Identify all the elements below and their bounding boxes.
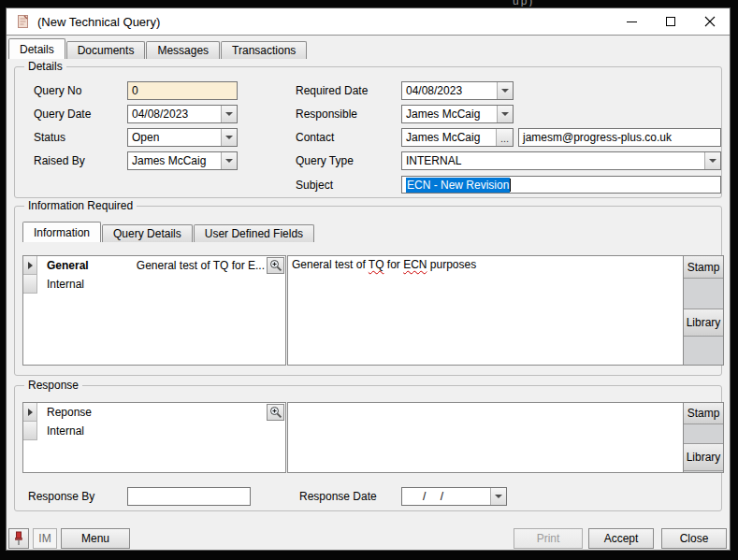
chevron-down-icon[interactable] [497, 106, 513, 122]
responsible-value: James McCaig [402, 106, 497, 122]
menu-label: Menu [81, 532, 109, 545]
zoom-text-button[interactable] [267, 257, 284, 274]
stamp-label: Stamp [687, 261, 720, 274]
raised-by-combo[interactable]: James McCaig [127, 151, 238, 170]
maximize-button[interactable] [651, 8, 690, 35]
tab-user-defined-fields[interactable]: User Defined Fields [194, 224, 314, 242]
text-part-misspelled: TQ [369, 258, 384, 271]
magnifier-icon [269, 259, 282, 272]
status-label: Status [34, 128, 65, 147]
row-name: Internal [37, 424, 84, 438]
menu-button[interactable]: Menu [61, 528, 130, 549]
title-bar: (New Technical Query) [7, 8, 730, 36]
query-document-icon [15, 14, 30, 29]
im-button[interactable]: IM [33, 528, 57, 549]
text-part-misspelled: ECN [403, 258, 427, 271]
magnifier-icon [269, 406, 282, 419]
window-title: (New Technical Query) [37, 15, 160, 29]
status-value: Open [128, 129, 221, 146]
tab-label: Transactions [232, 44, 296, 57]
table-row[interactable]: Internal [23, 422, 285, 440]
row-indicator [23, 275, 37, 294]
query-date-value: 04/08/2023 [128, 106, 221, 122]
zoom-text-button[interactable] [267, 404, 284, 421]
chevron-down-icon[interactable] [221, 129, 237, 146]
tab-documents[interactable]: Documents [66, 41, 146, 59]
details-group: Details Query No 0 Query Date 04/08/2023… [14, 66, 722, 198]
stamp-button[interactable]: Stamp [684, 256, 723, 279]
response-date-label: Response Date [299, 487, 377, 506]
raised-by-value: James McCaig [128, 152, 221, 169]
table-row[interactable]: Internal [23, 275, 285, 294]
required-date-combo[interactable]: 04/08/2023 [401, 81, 514, 100]
row-name: Internal [37, 278, 84, 291]
print-button: Print [514, 528, 583, 549]
query-type-label: Query Type [296, 151, 354, 170]
response-date-combo[interactable]: / / [401, 487, 507, 506]
row-indicator [23, 422, 37, 440]
query-date-label: Query Date [34, 105, 91, 123]
information-text-area[interactable]: General test of TQ for ECN purposes [287, 255, 689, 366]
close-button[interactable] [690, 8, 730, 35]
minimize-button[interactable] [612, 8, 651, 35]
response-group: Response Reponse Internal [14, 385, 722, 511]
tab-information[interactable]: Information [22, 222, 101, 242]
response-by-field[interactable] [127, 487, 251, 506]
query-type-combo[interactable]: INTERNAL [401, 151, 721, 170]
status-combo[interactable]: Open [127, 128, 238, 147]
pushpin-icon [13, 531, 24, 546]
close-label: Close [680, 532, 709, 545]
required-date-value: 04/08/2023 [402, 82, 497, 99]
responsible-combo[interactable]: James McCaig [401, 105, 514, 123]
chevron-down-icon[interactable] [221, 106, 237, 122]
information-side-panel: Stamp Library [683, 255, 724, 366]
tab-query-details[interactable]: Query Details [102, 224, 193, 242]
minimize-icon [627, 22, 637, 22]
information-required-legend: Information Required [24, 199, 137, 212]
tab-details[interactable]: Details [8, 38, 65, 59]
accept-button[interactable]: Accept [588, 528, 654, 549]
contact-email-field[interactable]: jamesm@progress-plus.co.uk [518, 128, 721, 147]
query-no-field[interactable]: 0 [127, 81, 238, 100]
contact-label: Contact [296, 128, 334, 147]
table-row[interactable]: Reponse [23, 403, 285, 422]
contact-browse-button[interactable]: ... [496, 129, 513, 146]
response-side-panel: Stamp Library [683, 402, 724, 473]
close-icon [704, 16, 716, 27]
maximize-icon [666, 17, 675, 26]
chevron-down-icon[interactable] [497, 82, 513, 99]
pin-button[interactable] [8, 528, 29, 549]
stamp-button[interactable]: Stamp [684, 403, 723, 424]
library-label: Library [687, 451, 721, 464]
row-indicator [23, 256, 37, 275]
row-preview: General test of TQ for E... [89, 259, 265, 272]
query-no-label: Query No [34, 81, 81, 100]
library-button[interactable]: Library [684, 443, 723, 471]
contact-combo[interactable]: James McCaig ... [401, 128, 514, 147]
text-part: General test of [292, 258, 369, 271]
response-by-label: Response By [28, 487, 94, 506]
chevron-down-icon[interactable] [704, 152, 720, 169]
tab-transactions[interactable]: Transactions [221, 41, 307, 59]
raised-by-label: Raised By [34, 151, 85, 170]
print-label: Print [537, 532, 560, 545]
subject-selected-text: ECN - New Revision [406, 178, 510, 193]
tab-label: Information [34, 226, 90, 239]
row-arrow-icon [28, 409, 33, 416]
query-date-combo[interactable]: 04/08/2023 [127, 105, 238, 123]
accept-label: Accept [604, 532, 639, 545]
contact-email-value: jamesm@progress-plus.co.uk [523, 131, 672, 144]
table-row[interactable]: General General test of TQ for E... [23, 256, 285, 275]
response-text-area[interactable] [287, 402, 689, 473]
im-label: IM [38, 532, 51, 545]
subject-field[interactable]: ECN - New Revision [401, 176, 721, 194]
text-caret [510, 179, 511, 192]
window-controls [612, 8, 730, 36]
tab-messages[interactable]: Messages [146, 41, 220, 59]
library-button[interactable]: Library [684, 309, 723, 337]
chevron-down-icon[interactable] [490, 488, 506, 505]
close-action-button[interactable]: Close [661, 528, 727, 549]
stamp-label: Stamp [687, 407, 720, 420]
chevron-down-icon[interactable] [221, 152, 237, 169]
tab-label: Details [20, 43, 54, 56]
